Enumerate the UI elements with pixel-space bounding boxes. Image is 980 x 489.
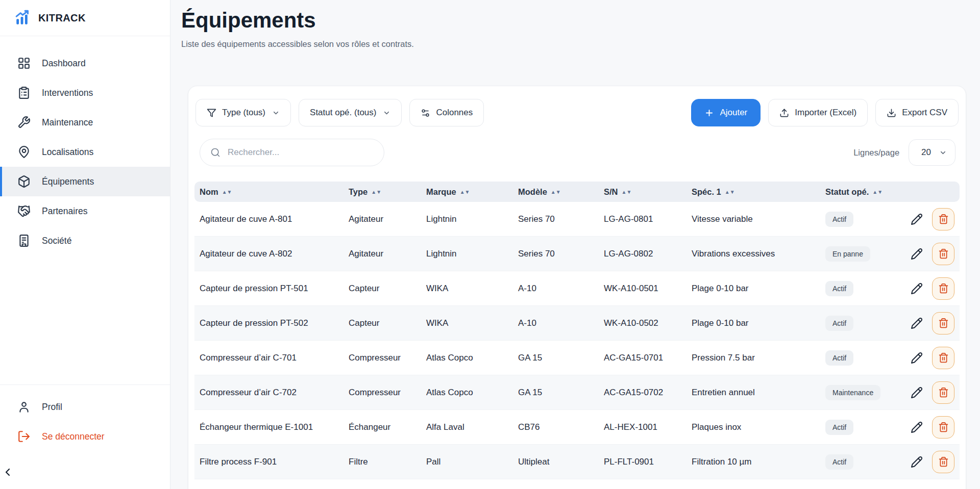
map-pin-icon xyxy=(17,145,31,159)
sidebar-item-societe[interactable]: Société xyxy=(0,226,170,255)
edit-button[interactable] xyxy=(911,248,923,260)
cell-marque: Pall xyxy=(421,445,513,479)
sidebar-item-logout[interactable]: Se déconnecter xyxy=(0,422,170,451)
plus-icon xyxy=(704,108,714,118)
cell-spec: Filtration 10 µm xyxy=(687,445,820,479)
edit-button[interactable] xyxy=(911,213,923,225)
column-label: S/N xyxy=(604,187,618,196)
cell-modele: CB76 xyxy=(513,410,599,445)
edit-button[interactable] xyxy=(911,387,923,399)
pencil-icon xyxy=(911,456,923,468)
status-filter-button[interactable]: Statut opé. (tous) xyxy=(299,99,402,126)
column-header-statut[interactable]: Statut opé.▲▼ xyxy=(820,182,901,202)
edit-button[interactable] xyxy=(911,456,923,468)
status-badge: Maintenance xyxy=(825,385,880,400)
cell-spec: Vitesse variable xyxy=(687,202,820,237)
column-header-modele[interactable]: Modèle▲▼ xyxy=(513,182,599,202)
page-title: Équipements xyxy=(181,8,966,33)
columns-button[interactable]: Colonnes xyxy=(409,99,484,126)
add-button[interactable]: Ajouter xyxy=(691,99,761,126)
cell-modele: GA 15 xyxy=(513,341,599,375)
pencil-icon xyxy=(911,352,923,364)
delete-button[interactable] xyxy=(932,381,954,404)
sidebar-nav: DashboardInterventionsMaintenanceLocalis… xyxy=(0,36,170,384)
cell-statut: Actif xyxy=(820,341,901,375)
cell-modele: A-10 xyxy=(513,306,599,341)
pencil-icon xyxy=(911,421,923,433)
cell-type: Filtre xyxy=(344,445,421,479)
delete-button[interactable] xyxy=(932,312,954,334)
sidebar-item-partenaires[interactable]: Partenaires xyxy=(0,196,170,226)
cell-statut: Actif xyxy=(820,306,901,341)
column-header-nom[interactable]: Nom▲▼ xyxy=(194,182,344,202)
delete-button[interactable] xyxy=(932,243,954,265)
trash-icon xyxy=(938,387,949,398)
rows-per-page-select[interactable]: 20 xyxy=(909,139,955,166)
sort-arrows-icon: ▲▼ xyxy=(371,189,381,195)
column-header-type[interactable]: Type▲▼ xyxy=(344,182,421,202)
delete-button[interactable] xyxy=(932,208,954,230)
import-excel-button[interactable]: Importer (Excel) xyxy=(768,99,868,126)
cell-marque: Atlas Copco xyxy=(421,375,513,410)
table-row: Capteur de pression PT-502CapteurWIKAA-1… xyxy=(194,306,960,341)
cell-sn: AC-GA15-0702 xyxy=(599,375,687,410)
sidebar-item-maintenance[interactable]: Maintenance xyxy=(0,108,170,137)
cell-nom: Compresseur d’air C-701 xyxy=(194,341,344,375)
edit-button[interactable] xyxy=(911,317,923,329)
column-label: Nom xyxy=(200,187,218,196)
cell-nom: Compresseur d’air C-702 xyxy=(194,375,344,410)
sort-arrows-icon: ▲▼ xyxy=(222,189,232,195)
table-row: Filtre process F-901FiltrePallUltipleatP… xyxy=(194,445,960,479)
column-header-marque[interactable]: Marque▲▼ xyxy=(421,182,513,202)
cell-actions xyxy=(901,375,960,410)
cell-spec: Pression 7.5 bar xyxy=(687,341,820,375)
sort-arrows-icon: ▲▼ xyxy=(622,189,632,195)
sidebar-item-dashboard[interactable]: Dashboard xyxy=(0,48,170,78)
cell-nom: Échangeur thermique E-1001 xyxy=(194,410,344,445)
export-csv-button[interactable]: Export CSV xyxy=(875,99,959,126)
column-label: Spéc. 1 xyxy=(692,187,721,196)
status-badge: Actif xyxy=(825,281,853,296)
delete-button[interactable] xyxy=(932,451,954,473)
cell-type: Échangeur xyxy=(344,410,421,445)
edit-button[interactable] xyxy=(911,421,923,433)
cell-statut: Actif xyxy=(820,410,901,445)
cell-spec: Entretien annuel xyxy=(687,375,820,410)
delete-button[interactable] xyxy=(932,277,954,300)
delete-button[interactable] xyxy=(932,416,954,439)
toolbar: Type (tous) Statut opé. (tous) Colonnes … xyxy=(194,99,960,126)
column-header-spec[interactable]: Spéc. 1▲▼ xyxy=(687,182,820,202)
sidebar-item-label: Société xyxy=(42,236,71,246)
sidebar-item-equipements[interactable]: Équipements xyxy=(0,167,170,196)
filter-icon xyxy=(207,108,216,118)
equipment-table: Nom▲▼Type▲▼Marque▲▼Modèle▲▼S/N▲▼Spéc. 1▲… xyxy=(194,182,960,479)
cell-spec: Plaques inox xyxy=(687,410,820,445)
sidebar-item-localisations[interactable]: Localisations xyxy=(0,137,170,167)
dashboard-icon xyxy=(17,57,31,70)
import-button-label: Importer (Excel) xyxy=(795,108,856,118)
logout-icon xyxy=(17,430,31,443)
trash-icon xyxy=(938,248,949,259)
trash-icon xyxy=(938,283,949,294)
brand-name: KITRACK xyxy=(38,12,86,24)
rows-per-page: Lignes/page 20 xyxy=(853,139,955,166)
equipment-table-wrap: Nom▲▼Type▲▼Marque▲▼Modèle▲▼S/N▲▼Spéc. 1▲… xyxy=(194,182,960,479)
cell-spec: Vibrations excessives xyxy=(687,237,820,271)
search-input[interactable] xyxy=(227,147,374,158)
sidebar-item-profil[interactable]: Profil xyxy=(0,392,170,422)
building-icon xyxy=(17,234,31,247)
sidebar-item-label: Partenaires xyxy=(42,206,88,217)
delete-button[interactable] xyxy=(932,347,954,369)
cell-sn: WK-A10-0502 xyxy=(599,306,687,341)
cell-statut: Maintenance xyxy=(820,375,901,410)
edit-button[interactable] xyxy=(911,282,923,295)
columns-label: Colonnes xyxy=(436,108,473,118)
type-filter-button[interactable]: Type (tous) xyxy=(195,99,291,126)
toolbar-filters: Type (tous) Statut opé. (tous) Colonnes xyxy=(195,99,484,126)
table-header-row: Nom▲▼Type▲▼Marque▲▼Modèle▲▼S/N▲▼Spéc. 1▲… xyxy=(194,182,960,202)
sidebar-item-interventions[interactable]: Interventions xyxy=(0,78,170,108)
column-header-sn[interactable]: S/N▲▼ xyxy=(599,182,687,202)
sliders-icon xyxy=(421,108,430,118)
edit-button[interactable] xyxy=(911,352,923,364)
sidebar-collapse-button[interactable] xyxy=(0,465,15,480)
